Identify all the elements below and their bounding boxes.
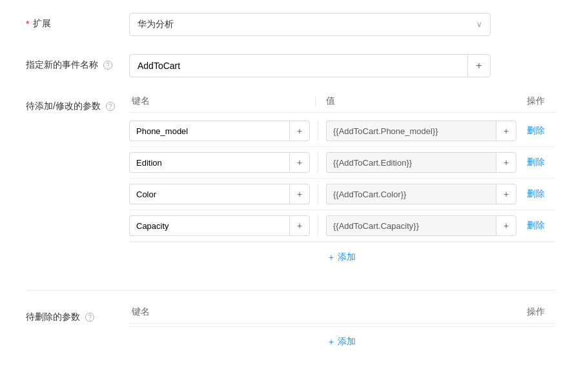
table-row: + + 删除 (129, 210, 555, 242)
delete-col-action-header: 操作 (516, 306, 555, 318)
delete-params-add-row[interactable]: + 添加 (129, 326, 555, 357)
event-name-content: + (129, 54, 555, 77)
param-action-cell: 删除 (516, 188, 555, 200)
delete-col-key-header: 键名 (129, 306, 310, 318)
extension-value: 华为分析 (138, 19, 174, 30)
add-params-table: 键名 值 操作 + + (129, 95, 555, 272)
param-key-cell: + (129, 121, 310, 141)
col-sep (318, 152, 318, 173)
chevron-down-icon: ∨ (476, 20, 482, 29)
delete-params-label-text: 待删除的参数 (26, 311, 80, 323)
event-name-row: + (129, 54, 491, 77)
event-name-add-button[interactable]: + (467, 54, 491, 77)
extension-section: * 扩展 华为分析 ∨ (26, 13, 555, 36)
col-value-header: 值 (321, 95, 516, 107)
param-key-plus-button[interactable]: + (289, 121, 310, 141)
table-row: + + 删除 (129, 147, 555, 179)
param-value-plus-button[interactable]: + (496, 184, 516, 204)
event-name-label-text: 指定新的事件名称 (26, 59, 98, 71)
col-action-header: 操作 (516, 95, 555, 107)
param-value-input[interactable] (326, 152, 496, 173)
param-value-input[interactable] (326, 121, 496, 141)
delete-button[interactable]: 删除 (527, 157, 545, 168)
delete-params-header: 键名 操作 (129, 306, 555, 324)
delete-button[interactable]: 删除 (527, 188, 545, 200)
extension-label-text: 扩展 (33, 18, 51, 30)
extension-content: 华为分析 ∨ (129, 13, 555, 36)
param-action-cell: 删除 (516, 125, 555, 137)
param-action-cell: 删除 (516, 220, 555, 231)
param-key-plus-button[interactable]: + (289, 215, 310, 236)
param-key-cell: + (129, 215, 310, 236)
param-value-plus-button[interactable]: + (496, 121, 516, 141)
param-key-cell: + (129, 152, 310, 173)
delete-params-content: 键名 操作 + 添加 (129, 306, 555, 357)
col-sep (318, 215, 318, 236)
table-row: + + 删除 (129, 115, 555, 147)
param-value-input[interactable] (326, 215, 496, 236)
add-params-row[interactable]: + 添加 (129, 242, 555, 272)
param-key-input[interactable] (129, 152, 289, 173)
add-params-label-text: 待添加/修改的参数 (26, 101, 101, 112)
add-plus-icon: + (329, 252, 334, 262)
param-value-cell: + (326, 152, 516, 173)
add-params-header: 键名 值 操作 (129, 95, 555, 113)
param-value-input[interactable] (326, 184, 496, 204)
col-sep (318, 121, 318, 141)
delete-button[interactable]: 删除 (527, 125, 545, 137)
col-divider (315, 96, 316, 106)
delete-button[interactable]: 删除 (527, 220, 545, 231)
add-params-content: 键名 值 操作 + + (129, 95, 555, 272)
param-key-input[interactable] (129, 121, 289, 141)
add-params-label: 添加 (338, 251, 356, 263)
col-sep (318, 184, 318, 204)
param-action-cell: 删除 (516, 157, 555, 168)
add-params-help-icon[interactable]: ? (106, 102, 115, 111)
delete-params-table: 键名 操作 + 添加 (129, 306, 555, 357)
delete-params-help-icon[interactable]: ? (85, 313, 94, 322)
required-star: * (26, 19, 29, 29)
event-name-label: 指定新的事件名称 ? (26, 54, 129, 71)
extension-dropdown[interactable]: 华为分析 ∨ (129, 13, 491, 36)
param-key-cell: + (129, 184, 310, 204)
add-params-section: 待添加/修改的参数 ? 键名 值 操作 (26, 95, 555, 272)
add-params-label: 待添加/修改的参数 ? (26, 95, 129, 112)
delete-add-plus-icon: + (329, 337, 334, 347)
event-name-help-icon[interactable]: ? (103, 61, 112, 70)
param-value-cell: + (326, 121, 516, 141)
section-divider (26, 290, 555, 291)
param-key-plus-button[interactable]: + (289, 152, 310, 173)
extension-label: * 扩展 (26, 13, 129, 30)
param-key-input[interactable] (129, 215, 289, 236)
plus-icon: + (476, 60, 482, 72)
event-name-input[interactable] (129, 54, 467, 77)
delete-params-add-label: 添加 (338, 336, 356, 348)
param-key-input[interactable] (129, 184, 289, 204)
param-value-plus-button[interactable]: + (496, 215, 516, 236)
event-name-section: 指定新的事件名称 ? + (26, 54, 555, 77)
param-value-plus-button[interactable]: + (496, 152, 516, 173)
param-key-plus-button[interactable]: + (289, 184, 310, 204)
delete-params-section: 待删除的参数 ? 键名 操作 + 添加 (26, 306, 555, 357)
delete-params-label: 待删除的参数 ? (26, 306, 129, 323)
col-key-header: 键名 (129, 95, 310, 107)
param-value-cell: + (326, 215, 516, 236)
param-value-cell: + (326, 184, 516, 204)
table-row: + + 删除 (129, 179, 555, 210)
